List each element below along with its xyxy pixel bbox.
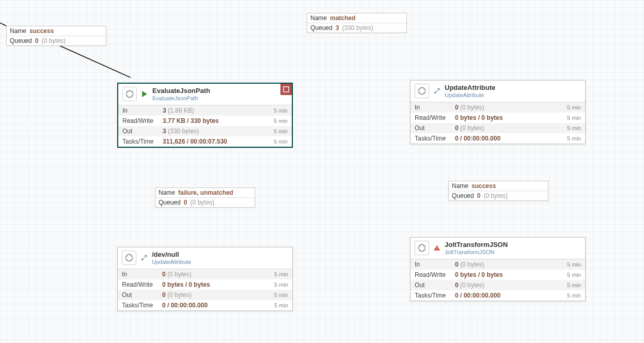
- processor-type: UpdateAttribute: [445, 92, 495, 99]
- processor-stats: In0 (0 bytes)5 min Read/Write0 bytes / 0…: [411, 259, 585, 301]
- conn-queued-size: (0 bytes): [483, 192, 508, 199]
- svg-point-6: [418, 245, 425, 252]
- processor-update-attribute[interactable]: UpdateAttribute UpdateAttribute In0 (0 b…: [410, 80, 586, 144]
- processor-stats: In0 (0 bytes)5 min Read/Write0 bytes / 0…: [118, 269, 292, 310]
- conn-queued-count: 0: [477, 192, 481, 199]
- svg-point-4: [125, 255, 132, 261]
- stat-out: Out0 (0 bytes)5 min: [411, 123, 585, 133]
- conn-name-label: Name: [452, 182, 468, 190]
- primary-node-badge-icon: [280, 84, 292, 95]
- conn-queued-size: (0 bytes): [41, 37, 66, 44]
- processor-icon: [415, 241, 429, 255]
- flow-canvas[interactable]: Name success Queued 0 (0 bytes) Name mat…: [0, 0, 644, 343]
- conn-queued-label: Queued: [310, 24, 333, 32]
- stat-out: Out0 (0 bytes)5 min: [118, 290, 292, 300]
- processor-header: /dev/null UpdateAttribute: [118, 247, 292, 269]
- conn-queued-size: (330 bytes): [342, 24, 373, 32]
- stat-tasks-time: Tasks/Time 311,626 / 00:00:07.530 5 min: [118, 136, 292, 147]
- processor-icon: [415, 84, 429, 98]
- conn-queued-count: 0: [184, 199, 187, 206]
- stat-readwrite: Read/Write0 bytes / 0 bytes5 min: [118, 279, 292, 290]
- connection-failure-unmatched[interactable]: Name failure, unmatched Queued 0 (0 byte…: [155, 188, 255, 208]
- connection-success-1[interactable]: Name success Queued 0 (0 bytes): [6, 26, 106, 46]
- conn-name-value: success: [472, 182, 496, 190]
- conn-name-label: Name: [159, 189, 175, 196]
- stat-readwrite: Read/Write 3.77 KB / 330 bytes 5 min: [118, 116, 292, 126]
- processor-evaluate-json-path[interactable]: EvaluateJsonPath EvaluateJsonPath In 3 (…: [117, 83, 293, 148]
- svg-point-0: [126, 91, 133, 98]
- run-status-icon: [141, 91, 148, 97]
- connection-matched[interactable]: Name matched Queued 3 (330 bytes): [307, 13, 407, 33]
- processor-header: JoltTransformJSON JoltTransformJSON: [411, 238, 585, 259]
- conn-name-label: Name: [10, 27, 26, 35]
- conn-name-value: failure, unmatched: [178, 189, 233, 196]
- processor-type: UpdateAttribute: [152, 259, 191, 266]
- conn-queued-count: 0: [35, 37, 39, 44]
- stat-tasks-time: Tasks/Time0 / 00:00:00.0005 min: [118, 300, 292, 310]
- stat-out: Out0 (0 bytes)5 min: [411, 280, 585, 290]
- conn-name-label: Name: [310, 14, 327, 22]
- svg-rect-7: [436, 247, 437, 250]
- stat-out: Out 3 (330 bytes) 5 min: [118, 126, 292, 136]
- stat-readwrite: Read/Write0 bytes / 0 bytes5 min: [411, 113, 585, 123]
- processor-dev-null[interactable]: /dev/null UpdateAttribute In0 (0 bytes)5…: [117, 247, 293, 311]
- processor-header: UpdateAttribute UpdateAttribute: [411, 81, 585, 102]
- processor-stats: In 3 (1.88 KB) 5 min Read/Write 3.77 KB …: [118, 105, 292, 147]
- conn-queued-label: Queued: [159, 199, 181, 206]
- conn-queued-count: 3: [336, 24, 339, 32]
- stat-in: In0 (0 bytes)5 min: [411, 259, 585, 270]
- stat-tasks-time: Tasks/Time0 / 00:00:00.0005 min: [411, 290, 585, 301]
- stat-in: In 3 (1.88 KB) 5 min: [118, 105, 292, 116]
- svg-rect-1: [284, 87, 289, 92]
- run-status-icon: [140, 254, 148, 261]
- processor-name: EvaluateJsonPath: [152, 87, 210, 95]
- processor-header: EvaluateJsonPath EvaluateJsonPath: [118, 84, 292, 105]
- processor-name: JoltTransformJSON: [445, 241, 508, 249]
- conn-name-value: success: [29, 27, 54, 35]
- stat-in: In0 (0 bytes)5 min: [411, 102, 585, 113]
- stat-readwrite: Read/Write0 bytes / 0 bytes5 min: [411, 270, 585, 280]
- processor-type: EvaluateJsonPath: [152, 95, 210, 102]
- conn-queued-size: (0 bytes): [190, 199, 214, 206]
- conn-name-value: matched: [330, 14, 355, 22]
- stat-tasks-time: Tasks/Time0 / 00:00:00.0005 min: [411, 133, 585, 144]
- processor-type: JoltTransformJSON: [445, 249, 508, 256]
- run-status-icon: [433, 87, 441, 95]
- processor-name: UpdateAttribute: [445, 84, 495, 92]
- processor-jolt-transform-json[interactable]: JoltTransformJSON JoltTransformJSON In0 …: [410, 237, 586, 301]
- svg-rect-8: [436, 250, 437, 250]
- processor-name: /dev/null: [152, 251, 191, 259]
- processor-icon: [122, 87, 137, 101]
- connection-success-2[interactable]: Name success Queued 0 (0 bytes): [448, 181, 548, 201]
- conn-queued-label: Queued: [10, 37, 32, 44]
- processor-stats: In0 (0 bytes)5 min Read/Write0 bytes / 0…: [411, 102, 585, 144]
- stat-in: In0 (0 bytes)5 min: [118, 269, 292, 279]
- svg-point-2: [418, 88, 425, 95]
- conn-queued-label: Queued: [452, 192, 474, 199]
- processor-icon: [122, 251, 136, 265]
- warning-icon: [433, 244, 441, 252]
